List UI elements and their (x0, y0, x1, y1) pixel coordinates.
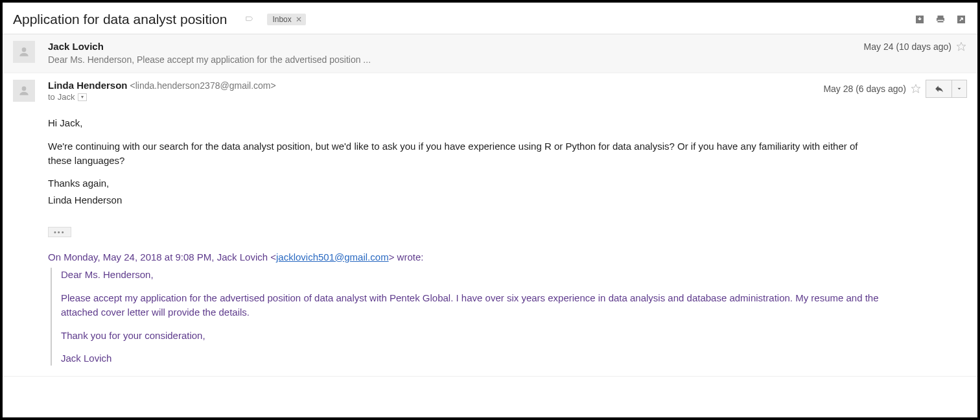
message-expanded: Linda Henderson <linda.henderson2378@gma… (3, 73, 977, 377)
message-collapsed[interactable]: Jack Lovich Dear Ms. Henderson, Please a… (3, 34, 977, 73)
sender-name: Jack Lovich (48, 41, 104, 52)
quoted-message: Dear Ms. Henderson, Please accept my app… (51, 268, 883, 366)
header-actions (914, 14, 967, 25)
thread-header: Application for data analyst position In… (3, 3, 977, 34)
subject: Application for data analyst position (13, 12, 227, 27)
sender-name: Linda Henderson (48, 80, 128, 91)
quoted-closing1: Thank you for your consideration, (61, 329, 883, 343)
more-actions-button[interactable] (951, 80, 967, 98)
recipient-line: to Jack ▾ (48, 92, 883, 102)
quote-header-pre: On Monday, May 24, 2018 at 9:08 PM, Jack… (48, 251, 276, 262)
message-meta: May 24 (10 days ago) (864, 41, 967, 52)
body-closing2: Linda Henderson (48, 193, 883, 207)
thread: Jack Lovich Dear Ms. Henderson, Please a… (3, 34, 977, 377)
sender-email: <linda.henderson2378@gmail.com> (130, 80, 276, 91)
download-icon[interactable] (914, 14, 926, 25)
message-snippet: Dear Ms. Henderson, Please accept my app… (48, 54, 883, 65)
remove-label-icon[interactable]: ✕ (296, 15, 302, 24)
svg-point-0 (22, 47, 27, 52)
body-p1: We're continuing with our search for the… (48, 139, 883, 168)
quoted-p1: Please accept my application for the adv… (61, 291, 883, 320)
header-label-area: Inbox ✕ (244, 14, 305, 25)
quote-header-post: > wrote: (389, 251, 424, 262)
message-body: Hi Jack, We're continuing with our searc… (48, 116, 883, 366)
inbox-label-chip[interactable]: Inbox ✕ (267, 14, 305, 25)
timestamp: May 24 (10 days ago) (864, 41, 951, 52)
to-recipient: Jack (58, 92, 75, 102)
body-greeting: Hi Jack, (48, 116, 883, 130)
to-prefix: to (48, 92, 55, 102)
inbox-label-text: Inbox (272, 15, 291, 24)
recipient-details-toggle[interactable]: ▾ (78, 93, 87, 101)
avatar (13, 80, 35, 102)
quote-header: On Monday, May 24, 2018 at 9:08 PM, Jack… (48, 250, 883, 264)
avatar (13, 41, 35, 63)
quoted-closing2: Jack Lovich (61, 351, 883, 366)
message-meta: May 28 (6 days ago) (823, 80, 967, 98)
quoted-greeting: Dear Ms. Henderson, (61, 268, 883, 282)
label-icon[interactable] (244, 15, 255, 24)
timestamp: May 28 (6 days ago) (823, 84, 906, 94)
star-icon[interactable] (955, 41, 967, 52)
reply-button[interactable] (926, 80, 951, 98)
popout-icon[interactable] (955, 14, 967, 25)
star-icon[interactable] (910, 83, 922, 95)
quoted-sender-email-link[interactable]: jacklovich501@gmail.com (276, 251, 389, 262)
body-closing1: Thanks again, (48, 176, 883, 191)
print-icon[interactable] (935, 14, 946, 25)
svg-point-1 (22, 86, 27, 91)
show-trimmed-button[interactable]: ••• (48, 227, 71, 237)
